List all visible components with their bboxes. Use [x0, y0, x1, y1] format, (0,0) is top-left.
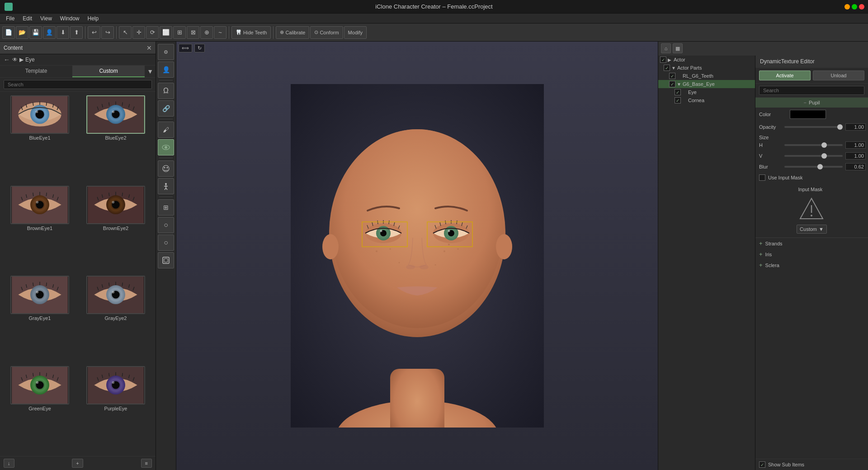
menu-file[interactable]: File: [2, 14, 18, 23]
calibrate-btn[interactable]: ⊕ Calibrate: [276, 26, 309, 39]
thumb-gray-eye-1[interactable]: GrayEye1: [4, 276, 76, 362]
thumb-green-eye[interactable]: GreenEye: [4, 366, 76, 453]
face-btn[interactable]: [158, 160, 174, 177]
blur-slider[interactable]: [784, 166, 843, 168]
activate-btn[interactable]: Activate: [759, 70, 811, 80]
close-btn[interactable]: [859, 4, 864, 9]
box-vert-btn[interactable]: [158, 252, 174, 268]
search-input[interactable]: [4, 80, 152, 89]
modify-btn[interactable]: Modify: [344, 26, 367, 39]
hide-teeth-btn[interactable]: 🦷 Hide Teeth: [231, 26, 271, 39]
redo-btn[interactable]: ↪: [101, 26, 114, 39]
maximize-btn[interactable]: [852, 4, 857, 9]
tree-item-actor-parts[interactable]: ✓ ▼ Actor Parts: [658, 64, 755, 72]
menu-view[interactable]: View: [37, 14, 56, 23]
eye-vert-btn[interactable]: [158, 139, 174, 155]
morph-btn[interactable]: ⚙: [158, 44, 174, 60]
body-btn[interactable]: 👤: [158, 61, 174, 78]
avatar-btn[interactable]: 👤: [43, 26, 56, 39]
tab-custom[interactable]: Custom: [72, 66, 145, 77]
panel-bottom: ↓ + ≡: [0, 456, 156, 470]
tree-checkbox-cornea[interactable]: ✓: [675, 97, 681, 103]
svg-line-20: [122, 102, 123, 106]
new-document-btn[interactable]: 📄: [2, 26, 15, 39]
sort-icon[interactable]: ▼: [147, 68, 153, 75]
rt-home-btn[interactable]: ⌂: [661, 43, 671, 53]
move-btn[interactable]: ✛: [132, 26, 145, 39]
blur-value[interactable]: [845, 163, 866, 170]
tree-arrow-base-eye: ▼: [677, 82, 681, 87]
globe-btn[interactable]: ⊕: [200, 26, 213, 39]
channel-strands[interactable]: + Strands: [755, 238, 868, 249]
tree-item-base-eye[interactable]: ✓ ▼ G6_Base_Eye: [658, 80, 755, 88]
thumb-gray-eye-2[interactable]: GrayEye2: [80, 276, 152, 362]
size-h-value[interactable]: [845, 141, 866, 149]
thumb-purple-eye[interactable]: PurpleEye: [80, 366, 152, 453]
cross-btn[interactable]: ⊠: [187, 26, 199, 39]
link-vert-btn[interactable]: 🔗: [158, 100, 174, 117]
size-v-value[interactable]: [845, 152, 866, 160]
show-sub-items-checkbox[interactable]: ✓: [759, 461, 765, 468]
custom-dropdown[interactable]: Custom ▼: [797, 225, 827, 234]
save-file-btn[interactable]: 💾: [29, 26, 42, 39]
vp-sync-btn[interactable]: ⟺: [179, 44, 192, 52]
open-file-btn[interactable]: 📂: [16, 26, 28, 39]
body2-btn[interactable]: [158, 178, 174, 194]
minimize-btn[interactable]: [844, 4, 850, 9]
size-h-slider[interactable]: [784, 144, 843, 146]
opacity-slider[interactable]: [784, 126, 843, 128]
tree-item-cornea[interactable]: ✓ ▶ Cornea: [658, 96, 755, 104]
size-v-slider[interactable]: [784, 155, 843, 157]
viewport: ⟺ ↻: [176, 42, 658, 470]
thumb-blue-eye-1[interactable]: BlueEye1: [4, 95, 76, 182]
menu-edit[interactable]: Edit: [19, 14, 36, 23]
undo-btn[interactable]: ↩: [88, 26, 100, 39]
vp-refresh-btn[interactable]: ↻: [194, 44, 205, 52]
import-btn[interactable]: ⬇: [57, 26, 69, 39]
grid2-vert-btn[interactable]: ⊞: [158, 199, 174, 216]
tree-checkbox-actor[interactable]: ✓: [660, 56, 666, 63]
search-bar: [0, 78, 156, 92]
nav-back-btn[interactable]: ←: [4, 56, 10, 63]
panel-down-btn[interactable]: ↓: [4, 459, 14, 468]
thumb-brown-eye-2[interactable]: BrownEye2: [80, 186, 152, 273]
tree-checkbox-teeth[interactable]: ✓: [669, 73, 675, 79]
show-sub-items-label: Show Sub Items: [768, 462, 804, 467]
color-swatch[interactable]: [790, 110, 826, 119]
unload-btn[interactable]: Unload: [813, 70, 864, 80]
circle2-vert-btn[interactable]: ○: [158, 235, 174, 251]
content-close-btn[interactable]: ✕: [146, 44, 152, 52]
panel-menu-btn[interactable]: ≡: [141, 459, 152, 468]
thumb-blue-eye-2[interactable]: BlueEye2: [80, 95, 152, 182]
rt-grid-btn[interactable]: ▦: [673, 43, 683, 53]
vert-sep4: [159, 197, 173, 197]
panel-add-btn[interactable]: +: [72, 459, 83, 468]
tree-checkbox-base-eye[interactable]: ✓: [669, 81, 675, 87]
conform-btn[interactable]: ⊙ Conform: [310, 26, 343, 39]
tree-item-actor[interactable]: ✓ ▶ Actor: [658, 56, 755, 64]
tex-search-input[interactable]: [759, 86, 864, 95]
export-btn[interactable]: ⬆: [70, 26, 83, 39]
scale-btn[interactable]: ⬜: [160, 26, 172, 39]
head-btn[interactable]: Ω: [158, 83, 174, 99]
wave-btn[interactable]: ~: [214, 26, 226, 39]
tree-checkbox-eye[interactable]: ✓: [675, 89, 681, 95]
grid-btn[interactable]: ⊞: [173, 26, 186, 39]
menu-window[interactable]: Window: [57, 14, 83, 23]
circle1-vert-btn[interactable]: ○: [158, 217, 174, 233]
use-input-mask-checkbox[interactable]: [759, 174, 765, 181]
rotate-btn[interactable]: ⟳: [146, 26, 159, 39]
tree-checkbox-actor-parts[interactable]: ✓: [664, 65, 670, 71]
paint-vert-btn[interactable]: 🖌: [158, 122, 174, 138]
select-btn[interactable]: ↖: [119, 26, 132, 39]
pupil-section-header[interactable]: − Pupil: [755, 98, 868, 108]
tree-item-teeth[interactable]: ✓ ▶ RL_G6_Teeth: [658, 72, 755, 80]
thumb-brown-eye-1[interactable]: BrownEye1: [4, 186, 76, 273]
menu-help[interactable]: Help: [84, 14, 103, 23]
channel-sclera[interactable]: + Sclera: [755, 260, 868, 271]
channel-iris[interactable]: + Iris: [755, 249, 868, 260]
opacity-value[interactable]: [845, 123, 866, 131]
svg-point-112: [398, 262, 400, 263]
tab-template[interactable]: Template: [0, 66, 72, 77]
tree-item-eye[interactable]: ✓ ▶ Eye: [658, 88, 755, 96]
